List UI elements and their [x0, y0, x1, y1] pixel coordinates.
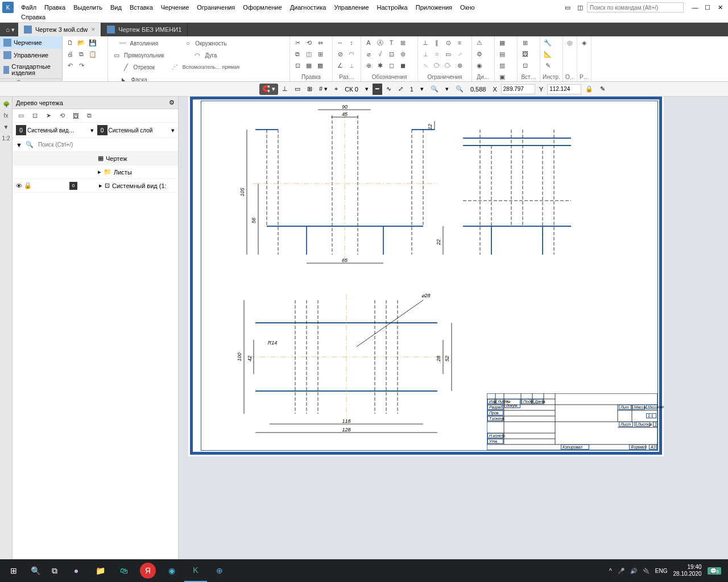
edit-icon-5[interactable]: ◫	[304, 49, 314, 59]
taskbar-kompas[interactable]: K	[184, 559, 207, 582]
annot-icon-11[interactable]: ◻	[386, 60, 396, 70]
edit-icon-3[interactable]: ⇔	[315, 38, 325, 48]
con-icon-5[interactable]: ⟂	[420, 49, 431, 59]
doc-tab-2[interactable]: Чертеж БЕЗ ИМЕНИ1	[101, 23, 188, 36]
eye-icon[interactable]: 👁	[16, 182, 22, 189]
edit-icon-9[interactable]: ▩	[315, 60, 325, 70]
diag-icon-2[interactable]: ⚙	[474, 49, 485, 59]
layer-select[interactable]: 0 Системный слой ▾	[97, 125, 175, 135]
copy-icon[interactable]: ⧉	[76, 49, 86, 59]
redo-icon[interactable]: ↷	[76, 60, 86, 70]
edit-icon-8[interactable]: ▦	[304, 60, 314, 70]
menu-edit[interactable]: Правка	[40, 3, 69, 12]
menu-insert[interactable]: Вставка	[126, 3, 157, 12]
menu-draw[interactable]: Черчение	[157, 3, 193, 12]
taskbar-edge[interactable]: ◉	[160, 559, 183, 582]
tool-icon-3[interactable]: ✎	[543, 60, 553, 70]
segment-button[interactable]: ╱Отрезок	[110, 61, 168, 73]
tray-chevron-icon[interactable]: ^	[609, 568, 612, 574]
tray-volume-icon[interactable]: 🔊	[630, 568, 637, 574]
view-icon-2[interactable]: ▤	[497, 49, 507, 59]
annot-icon-6[interactable]: √	[375, 49, 385, 59]
menu-window[interactable]: Окно	[456, 3, 479, 12]
zoom-icon[interactable]: 🔍	[453, 84, 466, 95]
chamfer-button[interactable]: ◣Фаска	[110, 74, 158, 81]
gear-icon[interactable]: ⚙	[169, 99, 175, 106]
search-button[interactable]: 🔍	[26, 559, 44, 582]
o-icon[interactable]: ◎	[565, 38, 574, 48]
dim-icon-5[interactable]: ∠	[335, 60, 345, 70]
coord-system[interactable]: СК 0	[342, 84, 361, 95]
annot-icon-3[interactable]: T	[386, 38, 396, 48]
annot-icon-5[interactable]: ⌀	[363, 49, 374, 59]
edit-icon-1[interactable]: ✂	[292, 38, 303, 48]
menu-select[interactable]: Выделить	[69, 3, 106, 12]
con-icon-4[interactable]: ≡	[454, 38, 465, 48]
tree-tool-1[interactable]: ▭	[16, 111, 26, 121]
tab-close-icon[interactable]: ×	[91, 26, 95, 34]
dim-icon-1[interactable]: ↔	[335, 38, 345, 48]
con-icon-6[interactable]: ○	[432, 49, 442, 59]
tray-mic-icon[interactable]: 🎤	[618, 568, 624, 574]
menu-settings[interactable]: Настройка	[373, 3, 412, 12]
start-button[interactable]: ⊞	[2, 559, 25, 582]
menu-design[interactable]: Оформление	[239, 3, 286, 12]
dim-icon-4[interactable]: ◠	[346, 49, 357, 59]
con-icon-12[interactable]: ⊗	[454, 60, 465, 70]
annot-icon-1[interactable]: A	[363, 38, 374, 48]
circle-button[interactable]: ○Окружность	[169, 38, 243, 49]
sb-dd2[interactable]: ▾	[417, 84, 427, 95]
close-button[interactable]: ✕	[714, 3, 726, 12]
sb-lock-icon[interactable]: 🔒	[582, 84, 596, 95]
tree-row-drawing[interactable]: ▦ Чертеж	[13, 152, 178, 165]
tree-tool-3[interactable]: ➤	[43, 111, 53, 121]
annot-icon-10[interactable]: ✱	[375, 60, 385, 70]
con-icon-1[interactable]: ⊥	[420, 38, 431, 48]
sb-dd[interactable]: ▾	[362, 84, 371, 95]
sb-dim-icon[interactable]: ▭	[292, 84, 303, 95]
menu-file[interactable]: Файл	[17, 3, 40, 12]
view-select[interactable]: 0 Системный вид… ▾	[16, 125, 94, 135]
doc-tab-1[interactable]: Чертеж 3 мой.cdw ×	[18, 23, 101, 36]
sb-magnet-icon[interactable]: 🧲 ▾	[259, 84, 278, 95]
lt-tree-icon[interactable]: 🌳	[1, 99, 11, 109]
tool-icon-2[interactable]: 📐	[543, 49, 553, 59]
sb-scale-icon[interactable]: ⤢	[395, 84, 406, 95]
sb-curve-icon[interactable]: ∿	[383, 84, 394, 95]
lt-scale-icon[interactable]: 1:2	[1, 133, 11, 143]
tray-keyboard[interactable]: ENG	[655, 568, 668, 574]
dim-icon-6[interactable]: ⟂	[346, 60, 357, 70]
taskbar-app-1[interactable]: ●	[65, 559, 88, 582]
dim-icon-2[interactable]: ↕	[346, 38, 357, 48]
y-coord[interactable]	[547, 84, 581, 94]
con-icon-3[interactable]: ⊙	[443, 38, 453, 48]
sb-ortho-icon[interactable]: ⊞	[304, 84, 315, 95]
side-stdlib[interactable]: Стандартные изделия	[0, 61, 62, 78]
sb-dd3[interactable]: ▾	[442, 84, 452, 95]
con-icon-2[interactable]: ∥	[432, 38, 442, 48]
layout-btn-1[interactable]: ▭	[562, 3, 573, 12]
rect-button[interactable]: ▭Прямоугольник	[110, 49, 168, 61]
ins-icon-1[interactable]: ⊞	[520, 38, 530, 48]
tree-tool-5[interactable]: 🖼	[71, 111, 81, 121]
drawing-canvas[interactable]: 90 45 105 56 65 22 12	[179, 97, 728, 559]
expand-icon[interactable]: ▸	[99, 182, 102, 189]
auxline-button[interactable]: ⋰Вспомогатель… прямая	[169, 61, 243, 73]
task-view-button[interactable]: ⧉	[46, 559, 64, 582]
con-icon-7[interactable]: ▭	[443, 49, 453, 59]
annot-icon-8[interactable]: ⊚	[398, 49, 408, 59]
taskbar-yandex[interactable]: Я	[140, 563, 156, 579]
tree-row-sheets[interactable]: ▸ 📁 Листы	[13, 165, 178, 179]
zoom-out-icon[interactable]: 🔍	[428, 84, 441, 95]
sb-grid-icon[interactable]: # ▾	[316, 84, 330, 95]
tree-tool-4[interactable]: ⟲	[57, 111, 67, 121]
print-icon[interactable]: 🖨	[65, 49, 75, 59]
menu-view[interactable]: Вид	[106, 3, 126, 12]
con-icon-8[interactable]: ⟋	[454, 49, 465, 59]
con-icon-11[interactable]: ⧃	[443, 60, 453, 70]
view-icon-4[interactable]: ▣	[497, 72, 507, 81]
side-manage[interactable]: Управление	[0, 49, 62, 61]
scale-value[interactable]: 1	[407, 84, 416, 95]
annot-icon-2[interactable]: Ⓐ	[375, 38, 385, 48]
side-drafting[interactable]: Черчение	[0, 36, 62, 49]
